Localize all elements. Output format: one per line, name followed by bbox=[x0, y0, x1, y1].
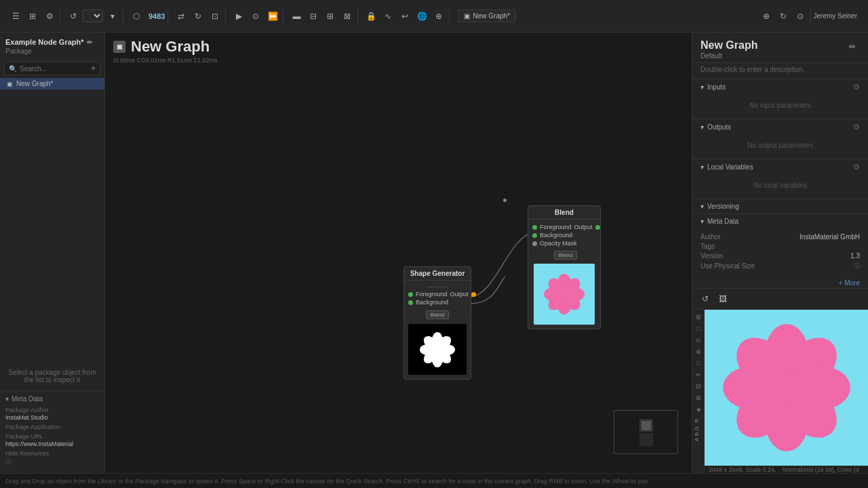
versioning-section-header[interactable]: ▾ Versioning bbox=[692, 199, 868, 214]
preview-reset-btn[interactable]: ↺ bbox=[698, 291, 713, 306]
preview-format-text: Normalized (16 bit), Color (4 Channels) bbox=[783, 466, 864, 474]
preview-image-btn[interactable]: 🖼 bbox=[715, 291, 730, 306]
shape-generator-node[interactable]: Shape Generator ———— Foreground Output bbox=[403, 266, 471, 380]
search-bar: 🔍 + bbox=[4, 62, 100, 75]
snap-1[interactable]: ∿ bbox=[380, 9, 395, 24]
edit-icon[interactable]: ✏ bbox=[87, 39, 92, 46]
meta-data-label: Meta Data bbox=[707, 218, 738, 225]
file-toolbar-group: ☰ ⊞ ⚙ bbox=[5, 9, 60, 24]
snap-2[interactable]: ↩ bbox=[397, 9, 412, 24]
shape-gen-output-port[interactable] bbox=[471, 292, 476, 297]
local-vars-settings-icon[interactable]: ⚙ bbox=[853, 163, 860, 171]
graph-icon-btn[interactable]: ⬡ bbox=[129, 9, 144, 24]
mini-preview bbox=[614, 410, 678, 454]
zoom-btn[interactable]: ⊙ bbox=[793, 9, 808, 24]
blend-opacity-port[interactable] bbox=[532, 241, 537, 246]
snap-3[interactable]: ⊕ bbox=[431, 9, 446, 24]
right-panel-title: New Graph bbox=[701, 39, 757, 52]
versioning-label: Versioning bbox=[707, 203, 739, 210]
preview-icon-5[interactable]: ✏ bbox=[694, 370, 703, 380]
lock-btn[interactable]: 🔒 bbox=[363, 9, 378, 24]
panel-spacer bbox=[0, 89, 104, 362]
canvas[interactable]: ▣ New Graph I0.00ms CG0.01ms R1.51ms Σ1.… bbox=[105, 33, 692, 473]
left-panel: Example Node Graph* ✏ Package 🔍 + ▣ New … bbox=[0, 33, 105, 473]
settings-btn[interactable]: ⚙ bbox=[42, 9, 57, 24]
preview-icon-7[interactable]: ⊞ bbox=[694, 393, 703, 403]
meta-data-section-header[interactable]: ▾ Meta Data bbox=[692, 214, 868, 228]
stop-btn[interactable]: ⊙ bbox=[248, 9, 263, 24]
new-file-btn[interactable]: ☰ bbox=[8, 9, 23, 24]
meta-row-1: Package Application bbox=[5, 424, 99, 430]
shape-gen-background-port[interactable] bbox=[408, 300, 413, 305]
meta-data-val-2: 1.3 bbox=[850, 252, 860, 260]
new-graph-tab[interactable]: ▣ New Graph* bbox=[458, 9, 515, 22]
meta-data-content: Author InstaMaterial GmbH Tags Version 1… bbox=[692, 228, 868, 278]
open-btn[interactable]: ⊞ bbox=[25, 9, 40, 24]
tool-2[interactable]: ↻ bbox=[191, 9, 205, 24]
bottom-bar: Drag and Drop an object from the Library… bbox=[0, 473, 868, 488]
meta-key-0: Package Author bbox=[5, 407, 99, 413]
outputs-section-header[interactable]: ▾ Outputs ⚙ bbox=[692, 119, 868, 135]
right-bottom-preview-section: ↺ 🖼 ⊞ □ ⊙ ⊕ □ ✏ ⊟ ⊞ ◈ R bbox=[692, 288, 868, 473]
a-label: A bbox=[694, 438, 700, 441]
project-title-text: Example Node Graph* bbox=[5, 38, 84, 46]
local-vars-empty: No local variables bbox=[701, 178, 860, 193]
world-btn[interactable]: 🌐 bbox=[414, 9, 429, 24]
search-input[interactable] bbox=[20, 65, 88, 73]
tool-3[interactable]: ⊡ bbox=[208, 9, 222, 24]
blend-port-row-1: Foreground Output bbox=[532, 224, 596, 230]
blend-node[interactable]: Blend Foreground Output Background bbox=[528, 205, 601, 329]
blend-port-row-2: Background bbox=[532, 232, 596, 239]
layout-3[interactable]: ⊞ bbox=[323, 9, 338, 24]
layout-4[interactable]: ⊠ bbox=[340, 9, 355, 24]
local-vars-section-header[interactable]: ▾ Local Variables ⚙ bbox=[692, 159, 868, 175]
blend-background-label: Background bbox=[540, 232, 572, 239]
right-panel: New Graph Default ✏ Double-click to ente… bbox=[692, 33, 868, 473]
blend-btn[interactable]: Blend bbox=[554, 251, 577, 260]
outputs-settings-icon[interactable]: ⚙ bbox=[853, 123, 860, 131]
preview-icon-1[interactable]: □ bbox=[694, 324, 703, 333]
blend-preview bbox=[534, 264, 595, 325]
meta-chevron[interactable]: ▾ bbox=[5, 395, 9, 403]
preview-icon-6[interactable]: ⊟ bbox=[694, 382, 703, 391]
add-icon[interactable]: + bbox=[91, 64, 96, 73]
undo-btn[interactable]: ↺ bbox=[66, 9, 81, 24]
undoredo-group: ↺ 2048 × 2048 1tx px ▾ bbox=[63, 9, 123, 24]
preview-icon-3[interactable]: ⊕ bbox=[694, 347, 703, 357]
refresh-btn[interactable]: ↻ bbox=[776, 9, 791, 24]
blend-background-port[interactable] bbox=[532, 233, 537, 238]
more-link[interactable]: + More bbox=[692, 278, 868, 288]
preview-icon-4[interactable]: □ bbox=[694, 359, 703, 368]
layout-1[interactable]: ▬ bbox=[289, 9, 304, 24]
canvas-header: ▣ New Graph I0.00ms CG0.01ms R1.51ms Σ1.… bbox=[105, 33, 692, 66]
g-label: G bbox=[694, 426, 700, 430]
blend-output-port[interactable] bbox=[595, 225, 600, 230]
meta-section-label: Meta Data bbox=[12, 395, 43, 403]
preview-icon-0[interactable]: ⊞ bbox=[694, 312, 703, 322]
local-vars-content: No local variables bbox=[692, 175, 868, 199]
svg-point-8 bbox=[433, 345, 442, 354]
inputs-settings-icon[interactable]: ⚙ bbox=[853, 83, 860, 92]
inputs-empty: No input parameters bbox=[701, 98, 860, 113]
versioning-chevron: ▾ bbox=[701, 203, 704, 210]
play-btn[interactable]: ▶ bbox=[231, 9, 246, 24]
preview-icon-2[interactable]: ⊙ bbox=[694, 336, 703, 345]
layout-2[interactable]: ⊟ bbox=[306, 9, 321, 24]
tab-icon: ▣ bbox=[464, 12, 470, 20]
share-btn[interactable]: ⊕ bbox=[759, 9, 774, 24]
shape-gen-blend-btn[interactable]: Blend bbox=[426, 310, 449, 319]
blend-foreground-port[interactable] bbox=[532, 225, 537, 230]
tool-1[interactable]: ⇄ bbox=[174, 9, 189, 24]
tree-item-new-graph[interactable]: ▣ New Graph* bbox=[0, 78, 104, 89]
right-panel-subtitle: Default bbox=[701, 52, 757, 60]
forward-btn[interactable]: ⏩ bbox=[265, 9, 280, 24]
redo-btn[interactable]: ▾ bbox=[105, 9, 120, 24]
right-panel-edit-btn[interactable]: ✏ bbox=[845, 39, 860, 54]
search-icon: 🔍 bbox=[9, 65, 17, 73]
preview-icon-8[interactable]: ◈ bbox=[694, 405, 703, 414]
node-count-label: 9483 bbox=[149, 12, 165, 20]
inputs-section-header[interactable]: ▾ Inputs ⚙ bbox=[692, 79, 868, 95]
undo-dropdown[interactable]: 2048 × 2048 1tx px bbox=[83, 9, 103, 22]
right-tools-group: ⊕ ↻ ⊙ bbox=[756, 9, 811, 24]
shape-gen-foreground-port[interactable] bbox=[408, 292, 413, 297]
